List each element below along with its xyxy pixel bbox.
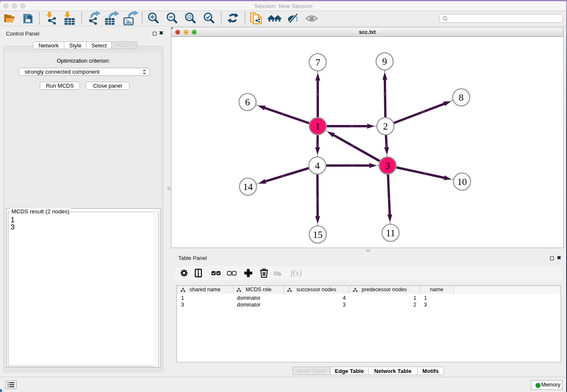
svg-text:3: 3 bbox=[385, 160, 390, 171]
svg-text:11: 11 bbox=[386, 228, 395, 238]
svg-text:7: 7 bbox=[315, 57, 320, 68]
svg-text:6: 6 bbox=[245, 97, 250, 108]
svg-text:10: 10 bbox=[457, 177, 467, 187]
svg-text:f(x): f(x) bbox=[291, 268, 302, 278]
svg-text:2: 2 bbox=[383, 121, 388, 132]
svg-text:15: 15 bbox=[313, 229, 323, 240]
svg-text:9: 9 bbox=[382, 56, 387, 67]
svg-text:1: 1 bbox=[315, 121, 320, 132]
svg-text:8: 8 bbox=[459, 92, 464, 103]
svg-text:14: 14 bbox=[243, 182, 253, 192]
svg-text:4: 4 bbox=[315, 160, 320, 171]
